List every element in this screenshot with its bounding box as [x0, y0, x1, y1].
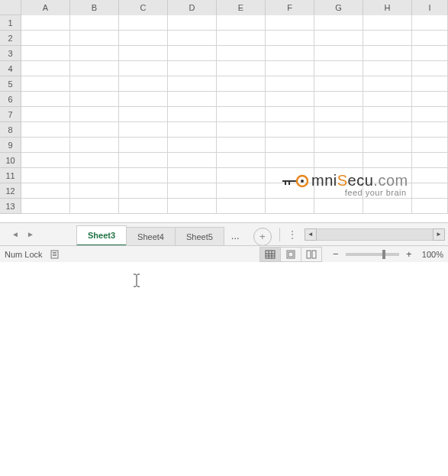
- cell[interactable]: [119, 168, 168, 183]
- cell[interactable]: [363, 199, 412, 214]
- row-header[interactable]: 8: [0, 122, 21, 138]
- cell[interactable]: [412, 46, 448, 61]
- cell[interactable]: [217, 76, 266, 92]
- cell[interactable]: [70, 153, 119, 168]
- cell[interactable]: [217, 153, 266, 168]
- cell[interactable]: [168, 168, 217, 183]
- cell[interactable]: [70, 61, 119, 76]
- cell[interactable]: [217, 92, 266, 107]
- cell[interactable]: [217, 107, 266, 122]
- row-header[interactable]: 4: [0, 61, 21, 76]
- cell[interactable]: [314, 183, 363, 199]
- cell[interactable]: [363, 31, 412, 46]
- cell[interactable]: [266, 168, 314, 183]
- cell[interactable]: [363, 107, 412, 122]
- cell[interactable]: [119, 61, 168, 76]
- cell[interactable]: [266, 61, 314, 76]
- cell[interactable]: [412, 199, 448, 214]
- cell[interactable]: [21, 15, 70, 31]
- cell[interactable]: [412, 107, 448, 122]
- cell[interactable]: [119, 183, 168, 199]
- cell[interactable]: [119, 122, 168, 138]
- row-header[interactable]: 1: [0, 15, 21, 31]
- macro-record-icon[interactable]: [50, 249, 61, 260]
- row-header[interactable]: 6: [0, 92, 21, 107]
- cell[interactable]: [217, 122, 266, 138]
- cell[interactable]: [363, 122, 412, 138]
- cell[interactable]: [119, 199, 168, 214]
- cell[interactable]: [217, 168, 266, 183]
- row-header[interactable]: 12: [0, 183, 21, 199]
- cell[interactable]: [217, 15, 266, 31]
- cell[interactable]: [314, 15, 363, 31]
- cell[interactable]: [266, 183, 314, 199]
- row-header[interactable]: 3: [0, 46, 21, 61]
- cell[interactable]: [217, 46, 266, 61]
- cell[interactable]: [21, 122, 70, 138]
- cell[interactable]: [168, 46, 217, 61]
- cell[interactable]: [168, 183, 217, 199]
- cell[interactable]: [21, 138, 70, 153]
- cell[interactable]: [412, 15, 448, 31]
- cell[interactable]: [363, 76, 412, 92]
- col-header-B[interactable]: B: [70, 0, 119, 15]
- cell[interactable]: [314, 76, 363, 92]
- cell[interactable]: [21, 107, 70, 122]
- cell[interactable]: [70, 76, 119, 92]
- cell[interactable]: [168, 107, 217, 122]
- cell[interactable]: [314, 107, 363, 122]
- cell[interactable]: [168, 31, 217, 46]
- row-header[interactable]: 11: [0, 168, 21, 183]
- cell[interactable]: [314, 153, 363, 168]
- tab-nav-next-icon[interactable]: ►: [23, 227, 38, 242]
- cell[interactable]: [412, 153, 448, 168]
- cell[interactable]: [314, 199, 363, 214]
- zoom-slider-thumb[interactable]: [382, 250, 385, 259]
- cell[interactable]: [412, 61, 448, 76]
- cell[interactable]: [70, 107, 119, 122]
- cell[interactable]: [119, 31, 168, 46]
- cell[interactable]: [21, 31, 70, 46]
- cell[interactable]: [412, 183, 448, 199]
- cell[interactable]: [168, 199, 217, 214]
- cell[interactable]: [363, 138, 412, 153]
- cell[interactable]: [412, 168, 448, 183]
- col-header-G[interactable]: G: [314, 0, 363, 15]
- cell[interactable]: [314, 138, 363, 153]
- cell[interactable]: [168, 15, 217, 31]
- select-all-corner[interactable]: [0, 0, 21, 15]
- row-header[interactable]: 7: [0, 107, 21, 122]
- spreadsheet-grid[interactable]: A B C D E F G H I 1 2 3 4 5 6 7 8 9 10 1…: [0, 0, 448, 222]
- cell[interactable]: [70, 92, 119, 107]
- row-header[interactable]: 10: [0, 153, 21, 168]
- vertical-dots-icon[interactable]: ⋮: [288, 229, 297, 240]
- cell[interactable]: [70, 183, 119, 199]
- cell[interactable]: [412, 92, 448, 107]
- cell[interactable]: [168, 76, 217, 92]
- cell[interactable]: [70, 199, 119, 214]
- col-header-A[interactable]: A: [21, 0, 70, 15]
- tab-more-button[interactable]: ...: [224, 225, 247, 246]
- col-header-H[interactable]: H: [363, 0, 412, 15]
- cell[interactable]: [266, 199, 314, 214]
- col-header-F[interactable]: F: [266, 0, 314, 15]
- cell[interactable]: [21, 46, 70, 61]
- cell[interactable]: [412, 31, 448, 46]
- cell[interactable]: [266, 92, 314, 107]
- cell[interactable]: [168, 92, 217, 107]
- cell[interactable]: [266, 15, 314, 31]
- cell[interactable]: [21, 61, 70, 76]
- page-layout-view-button[interactable]: [280, 247, 301, 262]
- sheet-tab-sheet5[interactable]: Sheet5: [175, 227, 224, 246]
- cell[interactable]: [314, 92, 363, 107]
- cell[interactable]: [119, 76, 168, 92]
- row-header[interactable]: 13: [0, 199, 21, 214]
- cell[interactable]: [363, 183, 412, 199]
- cell[interactable]: [217, 199, 266, 214]
- cell[interactable]: [70, 15, 119, 31]
- cell[interactable]: [217, 31, 266, 46]
- sheet-tab-sheet3[interactable]: Sheet3: [76, 225, 127, 246]
- cell[interactable]: [266, 107, 314, 122]
- cell[interactable]: [168, 153, 217, 168]
- cell[interactable]: [70, 138, 119, 153]
